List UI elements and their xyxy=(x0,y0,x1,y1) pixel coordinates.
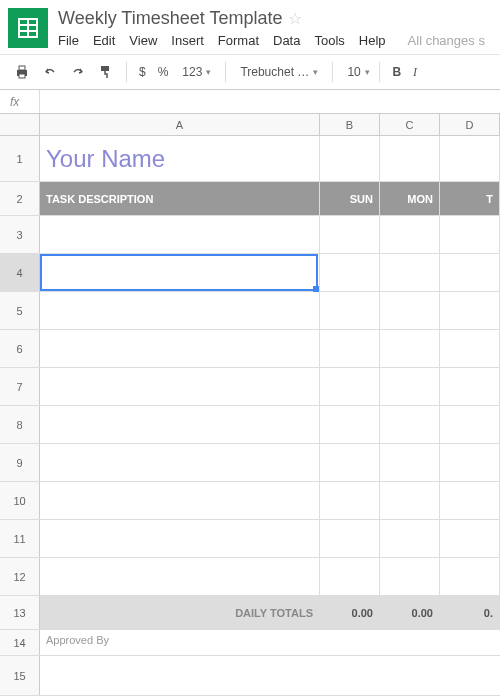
cell[interactable] xyxy=(320,656,380,695)
cell[interactable] xyxy=(320,368,380,405)
col-header-d[interactable]: D xyxy=(440,114,500,135)
col-header-c[interactable]: C xyxy=(380,114,440,135)
italic-button[interactable]: I xyxy=(409,65,421,80)
cell[interactable] xyxy=(380,368,440,405)
menu-format[interactable]: Format xyxy=(218,33,259,48)
row-header[interactable]: 2 xyxy=(0,182,40,215)
row-header[interactable]: 4 xyxy=(0,254,40,291)
font-dropdown[interactable]: Trebuchet … xyxy=(234,63,324,81)
cell-header-task[interactable]: TASK DESCRIPTION xyxy=(40,182,320,215)
star-icon[interactable]: ☆ xyxy=(288,9,302,28)
menu-view[interactable]: View xyxy=(129,33,157,48)
cell[interactable] xyxy=(40,482,320,519)
cell[interactable] xyxy=(40,406,320,443)
cell[interactable] xyxy=(320,216,380,253)
paint-format-icon[interactable] xyxy=(94,60,118,84)
cell[interactable] xyxy=(320,558,380,595)
cell[interactable] xyxy=(440,254,500,291)
row-header[interactable]: 8 xyxy=(0,406,40,443)
row-header[interactable]: 9 xyxy=(0,444,40,481)
cell[interactable] xyxy=(320,444,380,481)
print-icon[interactable] xyxy=(10,60,34,84)
redo-icon[interactable] xyxy=(66,60,90,84)
cell-total-mon[interactable]: 0.00 xyxy=(380,596,440,629)
cell[interactable] xyxy=(40,520,320,557)
cell[interactable] xyxy=(440,630,500,655)
row-header[interactable]: 6 xyxy=(0,330,40,367)
cell[interactable] xyxy=(380,216,440,253)
cell[interactable] xyxy=(380,406,440,443)
cell[interactable] xyxy=(440,520,500,557)
cell-b1[interactable] xyxy=(320,136,380,181)
cell[interactable] xyxy=(320,630,380,655)
cell[interactable] xyxy=(380,292,440,329)
cell-selected[interactable] xyxy=(40,254,320,291)
cell[interactable] xyxy=(440,558,500,595)
font-size-dropdown[interactable]: 10 xyxy=(341,63,371,81)
cell[interactable] xyxy=(380,520,440,557)
menu-file[interactable]: File xyxy=(58,33,79,48)
doc-title[interactable]: Weekly Timesheet Template xyxy=(58,8,282,29)
sheets-logo[interactable] xyxy=(8,8,48,48)
cell-header-tue[interactable]: T xyxy=(440,182,500,215)
undo-icon[interactable] xyxy=(38,60,62,84)
row-header[interactable]: 3 xyxy=(0,216,40,253)
cell[interactable] xyxy=(380,444,440,481)
menu-insert[interactable]: Insert xyxy=(171,33,204,48)
row-header[interactable]: 10 xyxy=(0,482,40,519)
cell[interactable] xyxy=(440,406,500,443)
menu-data[interactable]: Data xyxy=(273,33,300,48)
row-header[interactable]: 14 xyxy=(0,630,40,655)
cell-c1[interactable] xyxy=(380,136,440,181)
bold-button[interactable]: B xyxy=(388,65,405,79)
cell[interactable] xyxy=(320,292,380,329)
row-header[interactable]: 5 xyxy=(0,292,40,329)
cell-header-sun[interactable]: SUN xyxy=(320,182,380,215)
cell[interactable] xyxy=(380,558,440,595)
select-all-corner[interactable] xyxy=(0,114,40,135)
row-header[interactable]: 12 xyxy=(0,558,40,595)
cell[interactable] xyxy=(380,330,440,367)
cell[interactable] xyxy=(320,520,380,557)
cell-totals-label[interactable]: DAILY TOTALS xyxy=(40,596,320,629)
cell[interactable] xyxy=(40,292,320,329)
cell[interactable] xyxy=(440,292,500,329)
cell[interactable] xyxy=(440,482,500,519)
cell[interactable] xyxy=(440,656,500,695)
row-header[interactable]: 1 xyxy=(0,136,40,181)
cell[interactable] xyxy=(380,482,440,519)
number-format-dropdown[interactable]: 123 xyxy=(176,63,217,81)
currency-button[interactable]: $ xyxy=(135,65,150,79)
formula-input[interactable] xyxy=(40,90,500,113)
menu-tools[interactable]: Tools xyxy=(314,33,344,48)
cell-approved-label[interactable]: Approved By xyxy=(40,630,320,655)
cell[interactable] xyxy=(440,368,500,405)
cell[interactable] xyxy=(440,444,500,481)
cell[interactable] xyxy=(40,216,320,253)
cell[interactable] xyxy=(320,254,380,291)
cell[interactable] xyxy=(320,482,380,519)
menu-help[interactable]: Help xyxy=(359,33,386,48)
cell[interactable] xyxy=(380,630,440,655)
cell[interactable] xyxy=(380,656,440,695)
cell[interactable] xyxy=(40,558,320,595)
cell[interactable] xyxy=(440,330,500,367)
cell[interactable] xyxy=(440,216,500,253)
cell[interactable] xyxy=(320,330,380,367)
cell[interactable] xyxy=(40,330,320,367)
cell[interactable] xyxy=(40,368,320,405)
col-header-b[interactable]: B xyxy=(320,114,380,135)
cell-d1[interactable] xyxy=(440,136,500,181)
menu-edit[interactable]: Edit xyxy=(93,33,115,48)
col-header-a[interactable]: A xyxy=(40,114,320,135)
cell-total-sun[interactable]: 0.00 xyxy=(320,596,380,629)
cell[interactable] xyxy=(40,656,320,695)
row-header[interactable]: 15 xyxy=(0,656,40,695)
cell[interactable] xyxy=(40,444,320,481)
cell[interactable] xyxy=(320,406,380,443)
cell[interactable] xyxy=(380,254,440,291)
percent-button[interactable]: % xyxy=(154,65,173,79)
cell-total-tue[interactable]: 0. xyxy=(440,596,500,629)
cell-header-mon[interactable]: MON xyxy=(380,182,440,215)
row-header[interactable]: 7 xyxy=(0,368,40,405)
